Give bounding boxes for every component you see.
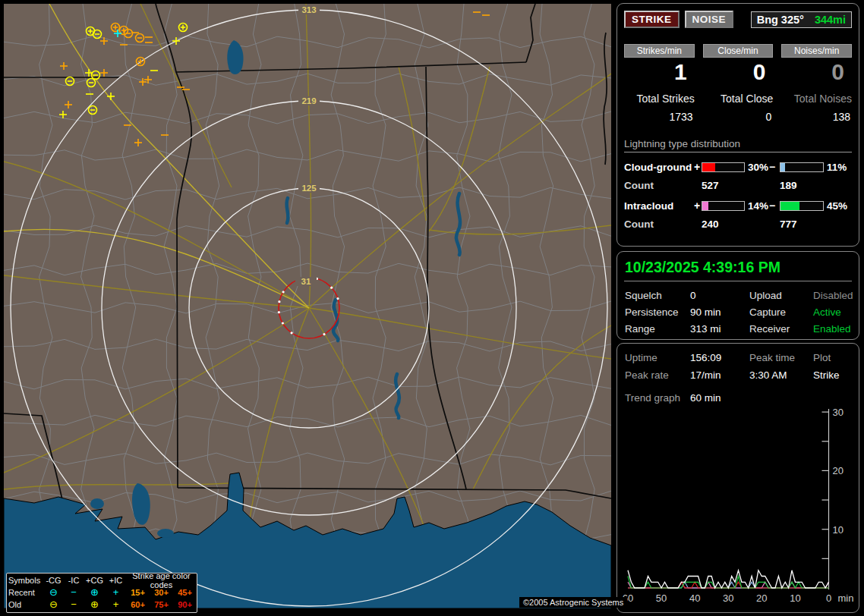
stats-cell: Uptime [625,352,690,363]
distribution-row: Intracloud+14%−45% [624,200,852,212]
positive-bar [702,162,745,172]
datetime-display: 10/23/2025 4:39:16 PM [624,256,852,281]
stats-cell: 156:09 [690,352,749,363]
age-code: 45+ [173,588,197,597]
status-value: Active [813,306,860,318]
negative-count: 189 [780,180,853,191]
total-label: Total Close [703,93,774,105]
age-code: 30+ [150,588,173,597]
y-tick-label: 10 [833,524,844,536]
positive-bar-fill [702,202,708,210]
indicator-row: STRIKE NOISE Bng 325°344mi [624,11,852,28]
counter-chip: Noises/min [781,44,852,58]
age-code: 15+ [126,588,150,597]
x-tick-label: 10 [790,592,800,604]
ring-label-125: 125 [301,184,317,193]
stats-cell: Peak time [749,352,813,363]
legend-symbol-circle-plus-icon: ⊕ [84,599,106,610]
legend-row-label: Old [7,600,43,609]
negative-bar-fill [780,163,785,171]
age-code: 90+ [173,600,197,609]
rate-value: 0 [781,60,852,84]
distance-value: 344mi [815,14,846,26]
distribution-type-label: Intracloud [624,200,694,212]
distribution-heading: Lightning type distribution [624,138,852,152]
trend-row: Trend graph 60 min [624,392,852,404]
legend-symbol-plus-icon: + [106,587,126,598]
plus-sign: + [694,161,702,173]
ring-label-219: 219 [301,96,316,105]
legend-age-header: Strike age color codes [126,571,197,589]
positive-percent: 30% [745,162,769,173]
bearing-display: Bng 325°344mi [751,11,852,28]
stats-cell: 3:30 AM [749,369,813,381]
legend-symbol-circle-plus-icon: ⊕ [84,587,106,598]
negative-bar [780,162,824,172]
legend-symbol-plus-icon: + [106,599,126,610]
copyright-text: ©2005 Astrogenic Systems [519,597,627,608]
age-code: 60+ [126,600,150,609]
positive-count: 527 [702,180,769,191]
distribution-count-row: Count527189 [624,180,852,191]
stats-panel: Uptime156:09Peak timePlotPeak rate17/min… [616,343,859,613]
negative-bar [780,201,824,211]
map-legend: Symbols -CG -IC +CG +IC Strike age color… [6,573,197,613]
legend-col-neg-ic: -IC [64,576,84,585]
total-label: Total Strikes [624,93,695,105]
total-label: Total Noises [781,93,852,105]
distribution-count-row: Count240777 [624,218,852,230]
x-tick-label: 50 [656,592,667,604]
y-tick-label: 30 [833,407,844,418]
rate-value: 1 [624,60,695,84]
negative-bar-fill [780,202,799,210]
status-grid: Squelch0UploadDisabledPersistence90 minC… [624,290,852,335]
legend-symbol-circle-minus-icon: ⊖ [43,587,64,598]
trend-value: 60 min [690,392,721,404]
status-value: 0 [690,290,749,301]
strike-indicator[interactable]: STRIKE [624,11,680,28]
positive-count: 240 [702,218,769,230]
status-value: Disabled [813,290,860,301]
stats-grid: Uptime156:09Peak timePlotPeak rate17/min… [624,352,852,381]
negative-percent: 11% [824,162,853,173]
strike-stats-panel: STRIKE NOISE Bng 325°344mi Strikes/min1T… [616,3,859,247]
stats-cell: Plot [813,352,860,363]
trend-graph: 1020306050403020100min [619,407,860,606]
x-tick-label: 20 [756,592,767,604]
positive-bar [702,201,745,211]
distribution-rows: Cloud-ground+30%−11%Count527189Intraclou… [624,161,852,230]
count-label: Count [624,218,694,230]
y-tick-label: 20 [833,465,844,476]
minus-sign: − [769,200,780,212]
legend-symbol-minus-icon: − [64,587,84,598]
legend-col-pos-cg: +CG [84,576,106,585]
status-value: Enabled [813,323,860,335]
counter-chip: Strikes/min [624,44,695,58]
stats-cell: Strike [813,369,860,381]
x-axis-unit: min [838,592,854,604]
distribution-type-label: Cloud-ground [624,162,694,173]
counter-noises-min: Noises/min0Total Noises138 [781,44,852,123]
minus-sign: − [769,161,780,173]
count-label: Count [624,180,694,191]
status-value: 313 mi [690,323,749,335]
age-code: 75+ [150,600,173,609]
trend-series-total-strikes [628,570,829,588]
status-label: Receiver [749,323,813,335]
x-tick-label: 40 [689,592,700,604]
rate-value: 0 [703,60,774,84]
stats-cell: 17/min [690,369,749,381]
status-label: Range [625,323,690,335]
legend-col-pos-ic: +IC [106,576,126,585]
trend-label: Trend graph [625,392,690,404]
counters-row: Strikes/min1Total Strikes1733Close/min0T… [624,44,852,123]
stats-cell: Peak rate [625,369,690,381]
distribution-row: Cloud-ground+30%−11% [624,161,852,173]
total-value: 0 [703,111,774,123]
noise-indicator[interactable]: NOISE [685,11,734,28]
lightning-map[interactable]: 31321912531 [4,4,611,608]
plus-sign: + [694,200,702,212]
counter-strikes-min: Strikes/min1Total Strikes1733 [624,44,695,123]
status-label: Capture [749,306,813,318]
positive-bar-fill [702,163,715,171]
